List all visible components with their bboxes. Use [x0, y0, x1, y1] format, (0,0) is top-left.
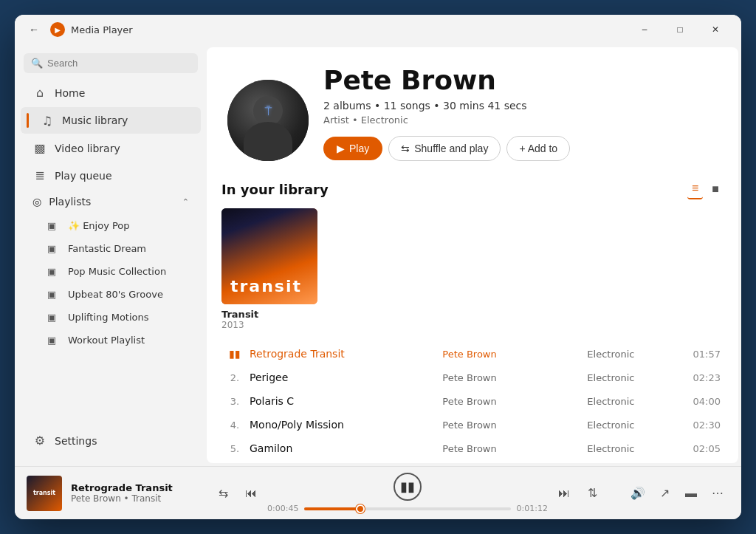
maximize-button[interactable]: □ — [663, 18, 697, 41]
sidebar-item-queue-label: Play queue — [55, 170, 112, 182]
music-icon: ♫ — [40, 114, 55, 128]
playlist-label-1: Fantastic Dream — [68, 243, 146, 254]
track-genre: Electronic — [587, 443, 684, 454]
track-name: Mono/Poly Mission — [245, 419, 442, 431]
sidebar-bottom: ⚙ Settings — [15, 428, 207, 460]
playlist-label-2: Pop Music Collection — [68, 266, 166, 277]
search-input[interactable] — [47, 58, 190, 69]
prev-button[interactable]: ⏮ — [239, 482, 263, 505]
playlist-item-fantastic-dream[interactable]: ▣ Fantastic Dream — [21, 238, 201, 259]
pause-button[interactable]: ▮▮ — [394, 473, 422, 501]
minimize-button[interactable]: – — [628, 18, 662, 41]
library-section: In your library ≡ ■ transit Transit 2013 — [207, 176, 738, 463]
sidebar-item-play-queue[interactable]: ≣ Play queue — [21, 162, 201, 188]
track-name: Retrograde Transit — [245, 348, 442, 360]
back-button[interactable]: ← — [24, 19, 44, 40]
playlist-icon-5: ▣ — [47, 335, 61, 346]
add-to-button[interactable]: + Add to — [506, 136, 570, 161]
titlebar: ← ▶ Media Player – □ ✕ — [15, 15, 741, 44]
album-card-transit[interactable]: transit Transit 2013 — [221, 208, 317, 330]
close-button[interactable]: ✕ — [698, 18, 732, 41]
titlebar-left: ← ▶ Media Player — [24, 19, 628, 40]
playlist-item-uplifting-motions[interactable]: ▣ Uplifting Motions — [21, 307, 201, 328]
artist-avatar: ⍑ — [227, 80, 309, 161]
playlist-label-4: Uplifting Motions — [68, 312, 149, 323]
playlist-label-5: Workout Playlist — [68, 335, 145, 346]
track-artist: Pete Brown — [442, 443, 587, 454]
playlist-item-enjoy-pop[interactable]: ▣ ✨ Enjoy Pop — [21, 215, 201, 236]
table-row[interactable]: 3.Polaris CPete BrownElectronic04:00 — [221, 389, 724, 413]
sidebar-item-video-library[interactable]: ▩ Video library — [21, 135, 201, 161]
table-row[interactable]: ▮▮Retrograde TransitPete BrownElectronic… — [221, 342, 724, 366]
time-remaining: 0:01:12 — [517, 504, 548, 513]
playlist-item-workout-playlist[interactable]: ▣ Workout Playlist — [21, 329, 201, 351]
track-genre: Electronic — [587, 420, 684, 431]
shuffle-label: Shuffle and play — [414, 143, 488, 154]
track-artist: Pete Brown — [442, 349, 587, 360]
play-label: Play — [349, 143, 369, 154]
main-content: 🔍 ⌂ Home ♫ Music library ▩ Video library… — [15, 44, 741, 466]
list-view-button[interactable]: ≡ — [687, 179, 703, 199]
add-label: + Add to — [519, 143, 557, 154]
playlist-icon-0: ▣ — [47, 220, 61, 231]
next-button[interactable]: ⏭ — [552, 482, 576, 505]
track-artist: Pete Brown — [442, 396, 587, 407]
now-playing-info: Retrograde Transit Pete Brown • Transit — [71, 482, 189, 504]
track-duration: 02:30 — [684, 420, 721, 431]
track-duration: 02:05 — [684, 443, 721, 454]
titlebar-controls: – □ ✕ — [628, 18, 732, 41]
volume-button[interactable]: 🔊 — [626, 482, 650, 505]
grid-view-button[interactable]: ■ — [707, 179, 724, 199]
playlist-label-3: Upbeat 80's Groove — [68, 289, 163, 300]
table-row[interactable]: 5.GamilonPete BrownElectronic02:05 — [221, 437, 724, 460]
table-row[interactable]: 6.Below the RootPete BrownElectronic02:0… — [221, 460, 724, 463]
time-elapsed: 0:00:45 — [267, 504, 298, 513]
track-genre: Electronic — [587, 372, 684, 383]
artist-info: Pete Brown 2 albums • 11 songs • 30 mins… — [323, 65, 718, 161]
sidebar-item-music-library[interactable]: ♫ Music library — [21, 107, 201, 134]
progress-thumb[interactable] — [356, 504, 365, 513]
search-box[interactable]: 🔍 — [24, 53, 198, 73]
playlist-item-upbeat-80s[interactable]: ▣ Upbeat 80's Groove — [21, 284, 201, 305]
artist-glasses-icon: ⍑ — [264, 103, 272, 118]
progress-bar[interactable] — [304, 507, 510, 510]
artist-sub: Artist • Electronic — [323, 114, 718, 126]
table-row[interactable]: 2.PerigeePete BrownElectronic02:23 — [221, 366, 724, 389]
track-name: Perigee — [245, 372, 442, 383]
playlists-icon: ◎ — [32, 196, 41, 208]
home-icon: ⌂ — [32, 86, 47, 100]
playlist-label-0: ✨ Enjoy Pop — [68, 220, 130, 231]
fullscreen-button[interactable]: ↗ — [653, 482, 676, 505]
track-number: 5. — [224, 443, 245, 454]
track-number: 4. — [224, 420, 245, 431]
now-playing-controls: ⇆ ⏮ ▮▮ 0:00:45 0:01:12 ⏭ ⇅ — [198, 473, 617, 513]
sidebar-item-video-label: Video library — [55, 143, 120, 154]
track-name: Gamilon — [245, 442, 442, 454]
playlist-icon-2: ▣ — [47, 266, 61, 277]
playlist-item-pop-music-collection[interactable]: ▣ Pop Music Collection — [21, 261, 201, 282]
more-options-button[interactable]: ⋯ — [706, 482, 729, 505]
track-genre: Electronic — [587, 349, 684, 360]
playlists-label: Playlists — [49, 196, 91, 208]
table-row[interactable]: 4.Mono/Poly MissionPete BrownElectronic0… — [221, 413, 724, 437]
sidebar-item-settings[interactable]: ⚙ Settings — [21, 428, 201, 453]
repeat-button[interactable]: ⇅ — [580, 482, 604, 505]
album-thumbnail-transit: transit — [221, 208, 317, 304]
playlist-icon-1: ▣ — [47, 243, 61, 254]
play-button[interactable]: ▶ Play — [323, 137, 382, 160]
track-number: 2. — [224, 372, 245, 383]
shuffle-button[interactable]: ⇆ Shuffle and play — [388, 136, 501, 161]
playlists-header[interactable]: ◎ Playlists ⌃ — [21, 190, 201, 213]
app-title: Media Player — [71, 24, 133, 35]
search-icon: 🔍 — [31, 58, 43, 69]
shuffle-ctrl-button[interactable]: ⇆ — [211, 482, 235, 505]
track-duration: 02:23 — [684, 372, 721, 383]
playlists-header-left: ◎ Playlists — [32, 196, 91, 208]
miniplayer-button[interactable]: ▬ — [679, 482, 703, 505]
now-playing-right: 🔊 ↗ ▬ ⋯ — [626, 482, 729, 505]
track-duration: 04:00 — [684, 396, 721, 407]
play-icon: ▶ — [337, 143, 345, 154]
playlist-icon-3: ▣ — [47, 289, 61, 300]
artist-header: ⍑ Pete Brown 2 albums • 11 songs • 30 mi… — [207, 47, 738, 176]
sidebar-item-home[interactable]: ⌂ Home — [21, 80, 201, 106]
